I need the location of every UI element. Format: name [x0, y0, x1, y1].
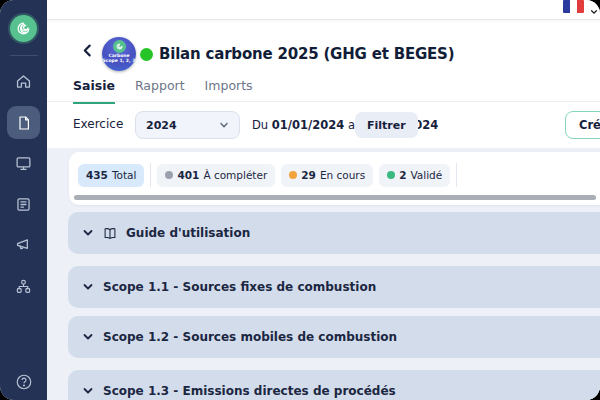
status-summary-card: 435Total 401À compléter 29En cours 2Vali…: [69, 152, 600, 205]
logo-spiral-icon: [14, 19, 33, 38]
filter-row: Exercice 2024 Du 01/01/2024 au 31/12/202…: [47, 110, 600, 140]
chip-a-completer[interactable]: 401À compléter: [157, 164, 275, 187]
chevron-left-icon: [81, 44, 94, 57]
app-logo[interactable]: [10, 15, 37, 42]
exercice-label: Exercice: [73, 117, 123, 131]
language-chevron-down-icon[interactable]: [590, 1, 598, 20]
project-avatar-badge[interactable]: Carbone Scope 1, 2, 3: [102, 37, 136, 71]
avatar-label-line2: Scope 1, 2, 3: [103, 58, 136, 63]
filter-button[interactable]: Filtrer: [355, 112, 418, 138]
sidebar-item-documents[interactable]: [7, 106, 40, 139]
tabs-divider: [47, 101, 600, 102]
chip-en-cours-label: En cours: [320, 169, 365, 181]
page-title: Bilan carbone 2025 (GHG et BEGES): [159, 45, 454, 63]
chevron-down-icon: [82, 227, 94, 239]
green-dot-icon: [387, 171, 395, 179]
flag-red-stripe: [577, 0, 584, 13]
chevron-down-icon: [219, 120, 229, 130]
app-window: Carbone Scope 1, 2, 3 Bilan carbone 2025…: [0, 0, 600, 400]
date-prefix: Du: [252, 118, 268, 132]
accordion-title: Scope 1.2 - Sources mobiles de combustio…: [103, 330, 397, 344]
home-icon: [15, 73, 32, 90]
year-select-value: 2024: [146, 119, 219, 132]
screen: Carbone Scope 1, 2, 3 Bilan carbone 2025…: [0, 0, 600, 400]
accordion-guide[interactable]: Guide d'utilisation: [68, 212, 600, 254]
horizontal-scrollbar[interactable]: [74, 195, 596, 200]
status-chips: 435Total 401À compléter 29En cours 2Vali…: [78, 163, 457, 187]
sidebar-divider: [10, 55, 38, 56]
accordion-title: Guide d'utilisation: [126, 226, 250, 240]
chip-a-completer-count: 401: [177, 169, 199, 181]
megaphone-icon: [15, 236, 32, 253]
accordion-scope-1-1[interactable]: Scope 1.1 - Sources fixes de combustion: [68, 266, 600, 308]
chip-separator: [456, 163, 457, 187]
report-icon: [15, 196, 32, 213]
chip-total[interactable]: 435Total: [78, 164, 144, 187]
date-start: 01/01/2024: [272, 118, 344, 132]
chip-valide-count: 2: [399, 169, 406, 181]
language-selector-flag-fr[interactable]: [563, 0, 584, 13]
chip-separator: [150, 163, 151, 187]
chip-valide[interactable]: 2Validé: [379, 164, 450, 187]
sidebar-item-help[interactable]: [7, 365, 40, 398]
chevron-down-icon: [82, 385, 94, 397]
accordion-scope-1-2[interactable]: Scope 1.2 - Sources mobiles de combustio…: [68, 316, 600, 358]
sitemap-icon: [15, 278, 32, 295]
chip-en-cours-count: 29: [301, 169, 316, 181]
sidebar-item-reports[interactable]: [7, 188, 40, 221]
chip-total-label: Total: [112, 169, 137, 181]
gray-dot-icon: [165, 171, 173, 179]
header: Carbone Scope 1, 2, 3 Bilan carbone 2025…: [47, 20, 600, 148]
monitor-icon: [15, 155, 32, 172]
create-button[interactable]: Créer: [565, 111, 600, 139]
orange-dot-icon: [289, 171, 297, 179]
accordion-title: Scope 1.3 - Emissions directes de procéd…: [103, 384, 396, 398]
book-icon: [103, 227, 117, 240]
flag-white-stripe: [570, 0, 577, 13]
chevron-down-icon: [82, 331, 94, 343]
flag-blue-stripe: [563, 0, 570, 13]
sidebar-item-home[interactable]: [7, 65, 40, 98]
chip-valide-label: Validé: [410, 169, 442, 181]
chip-en-cours[interactable]: 29En cours: [281, 164, 373, 187]
topbar: [47, 0, 600, 20]
status-dot: [140, 48, 153, 61]
accordion-title: Scope 1.1 - Sources fixes de combustion: [103, 280, 376, 294]
sidebar-item-organization[interactable]: [7, 270, 40, 303]
document-icon: [16, 115, 32, 131]
chip-a-completer-label: À compléter: [203, 169, 267, 181]
sidebar-item-announcements[interactable]: [7, 228, 40, 261]
back-button[interactable]: [81, 42, 94, 61]
year-select[interactable]: 2024: [135, 111, 240, 139]
help-icon: [15, 373, 33, 391]
accordion-scope-1-3[interactable]: Scope 1.3 - Emissions directes de procéd…: [68, 370, 600, 400]
sidebar: [0, 0, 47, 400]
avatar-logo-spiral-icon: [113, 40, 126, 53]
chip-total-count: 435: [86, 169, 108, 181]
sidebar-item-screens[interactable]: [7, 147, 40, 180]
chevron-down-icon: [82, 281, 94, 293]
main-content: 435Total 401À compléter 29En cours 2Vali…: [47, 148, 600, 400]
